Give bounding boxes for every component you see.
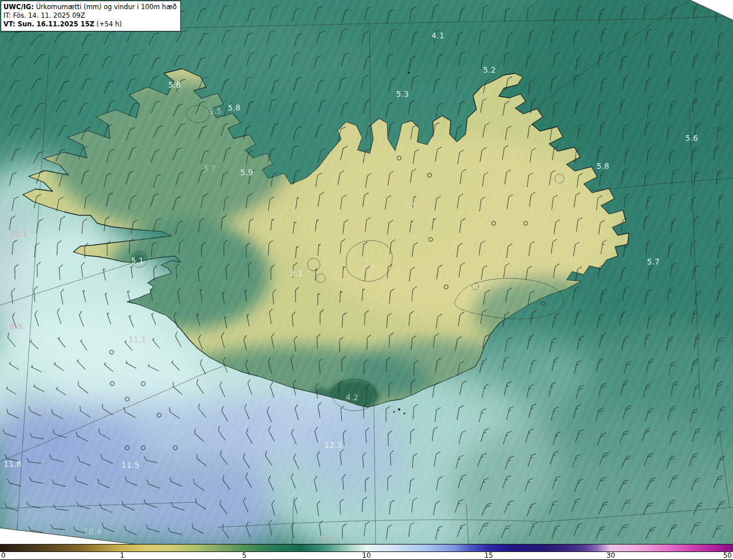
colorbar-tick: 0	[1, 552, 6, 559]
colorbar-gradient	[0, 544, 733, 552]
weather-map-frame: 4.15.85.25.33.55.85.65.83.75.92.12.521.1…	[0, 0, 733, 560]
colorbar-tick-labels: 01510153050	[0, 552, 733, 560]
product-title: Úrkomumætti (mm) og vindur i 100m hæð	[36, 3, 177, 11]
precipitation-colorbar: 01510153050	[0, 544, 733, 560]
title-line-valid-time: VT: Sun. 16.11.2025 15Z (+54 h)	[3, 20, 177, 29]
colorbar-tick: 10	[362, 552, 371, 559]
colorbar-tick: 15	[484, 552, 493, 559]
valid-time: VT: Sun. 16.11.2025 15Z	[3, 20, 94, 28]
title-line-product: UWC/IG: Úrkomumætti (mm) og vindur i 100…	[3, 3, 177, 11]
title-line-init-time: IT: Fös. 14. 11. 2025 09Z	[3, 11, 177, 20]
title-box: UWC/IG: Úrkomumætti (mm) og vindur i 100…	[1, 1, 181, 31]
product-code: UWC/IG:	[3, 3, 34, 11]
valid-offset: (+54 h)	[97, 20, 122, 28]
colorbar-tick: 50	[723, 552, 732, 559]
colorbar-tick: 30	[606, 552, 615, 559]
map-canvas	[0, 0, 733, 544]
colorbar-tick: 1	[120, 552, 125, 559]
colorbar-tick: 5	[242, 552, 247, 559]
